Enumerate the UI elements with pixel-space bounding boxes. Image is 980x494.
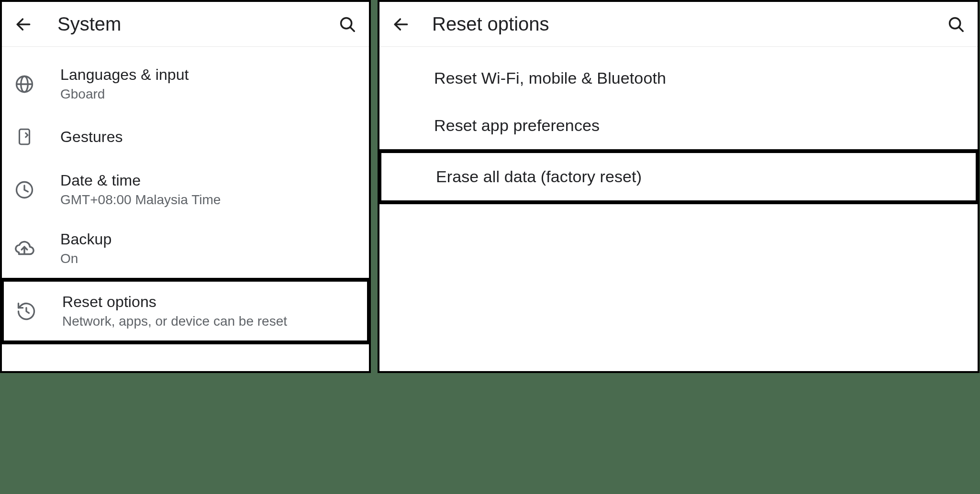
- list-item-date-time[interactable]: Date & time GMT+08:00 Malaysia Time: [2, 160, 369, 219]
- globe-icon: [12, 72, 36, 96]
- system-settings-panel: System Languages & input Gboard: [0, 0, 371, 373]
- list-item-reset-options[interactable]: Reset options Network, apps, or device c…: [4, 282, 367, 340]
- settings-list: Languages & input Gboard Gestures Date &…: [2, 47, 369, 371]
- page-title: Reset options: [432, 13, 945, 35]
- highlight-reset-options: Reset options Network, apps, or device c…: [0, 278, 371, 344]
- search-button[interactable]: [336, 13, 358, 35]
- arrow-back-icon: [392, 15, 410, 33]
- svg-rect-6: [20, 129, 30, 144]
- item-primary: Erase all data (factory reset): [436, 167, 642, 186]
- reset-list: Reset Wi-Fi, mobile & Bluetooth Reset ap…: [379, 47, 978, 371]
- svg-line-2: [350, 27, 355, 31]
- list-item-backup[interactable]: Backup On: [2, 219, 369, 278]
- list-item-gestures[interactable]: Gestures: [2, 113, 369, 160]
- header: Reset options: [379, 2, 978, 47]
- restore-icon: [14, 299, 38, 323]
- list-item-languages-input[interactable]: Languages & input Gboard: [2, 55, 369, 113]
- svg-line-11: [959, 27, 963, 31]
- cloud-upload-icon: [12, 237, 36, 261]
- search-button[interactable]: [945, 13, 967, 35]
- item-primary: Languages & input: [60, 66, 189, 84]
- item-primary: Reset app preferences: [434, 116, 600, 135]
- search-icon: [338, 15, 356, 33]
- arrow-back-icon: [14, 15, 33, 33]
- item-primary: Date & time: [60, 172, 221, 189]
- list-item-reset-app-prefs[interactable]: Reset app preferences: [379, 102, 978, 149]
- highlight-erase-all-data: Erase all data (factory reset): [378, 149, 980, 204]
- list-item-erase-all-data[interactable]: Erase all data (factory reset): [381, 153, 976, 200]
- reset-options-panel: Reset options Reset Wi-Fi, mobile & Blue…: [378, 0, 980, 373]
- page-title: System: [57, 13, 336, 35]
- item-primary: Reset Wi-Fi, mobile & Bluetooth: [434, 69, 666, 88]
- header: System: [2, 2, 369, 47]
- clock-icon: [12, 178, 36, 202]
- item-primary: Gestures: [60, 128, 123, 146]
- back-button[interactable]: [390, 13, 412, 35]
- item-primary: Reset options: [62, 293, 287, 311]
- item-secondary: Network, apps, or device can be reset: [62, 314, 287, 329]
- list-item-reset-wifi[interactable]: Reset Wi-Fi, mobile & Bluetooth: [379, 55, 978, 102]
- search-icon: [947, 15, 965, 33]
- item-secondary: Gboard: [60, 87, 189, 102]
- item-primary: Backup: [60, 231, 111, 248]
- gesture-icon: [12, 125, 36, 149]
- back-button[interactable]: [12, 13, 34, 35]
- item-secondary: On: [60, 251, 111, 266]
- item-secondary: GMT+08:00 Malaysia Time: [60, 192, 221, 208]
